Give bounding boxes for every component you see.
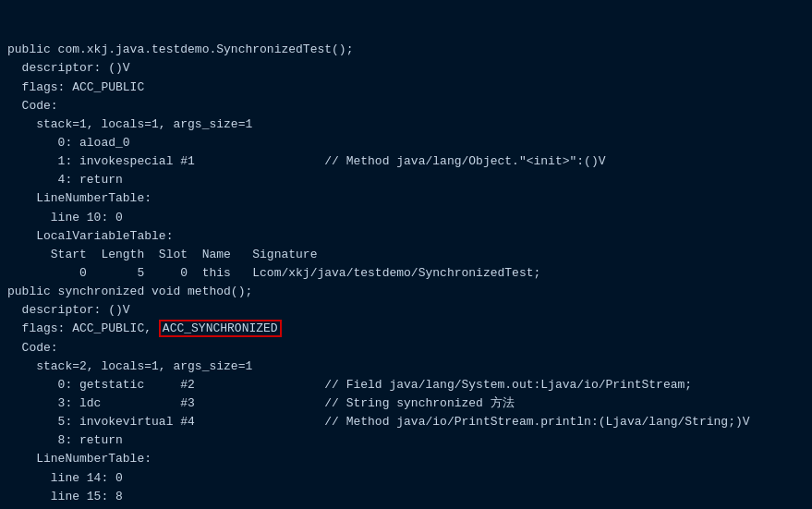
code-line: line 10: 0 <box>7 209 805 227</box>
code-line: LineNumberTable: <box>7 189 805 208</box>
code-line: 0 5 0 this Lcom/xkj/java/testdemo/Synchr… <box>7 264 805 283</box>
code-line: Start Length Slot Name Signature <box>7 246 805 264</box>
highlighted-keyword: ACC_SYNCHRONIZED <box>159 320 282 337</box>
code-line: Code: <box>7 339 805 358</box>
code-text: flags: ACC_PUBLIC, <box>7 321 159 335</box>
code-line: 0: aload_0 <box>7 134 805 152</box>
code-line: LineNumberTable: <box>7 450 805 468</box>
code-line: public com.xkj.java.testdemo.Synchronize… <box>7 41 805 59</box>
code-line: public synchronized void method(); <box>7 283 805 301</box>
code-line: descriptor: ()V <box>7 59 805 78</box>
code-line: 0: getstatic #2 // Field java/lang/Syste… <box>7 376 805 394</box>
code-line: flags: ACC_PUBLIC <box>7 79 805 97</box>
code-line: line 14: 0 <box>7 469 805 488</box>
code-line: stack=2, locals=1, args_size=1 <box>7 358 805 376</box>
code-line: 4: return <box>7 171 805 189</box>
code-viewer: public com.xkj.java.testdemo.Synchronize… <box>0 0 812 509</box>
code-line: flags: ACC_PUBLIC, ACC_SYNCHRONIZED <box>7 320 805 338</box>
code-line: 8: return <box>7 431 805 450</box>
code-line: descriptor: ()V <box>7 301 805 320</box>
code-line: LocalVariableTable: <box>7 227 805 246</box>
code-line: line 15: 8 <box>7 488 805 506</box>
code-line: Code: <box>7 97 805 115</box>
code-line: 5: invokevirtual #4 // Method java/io/Pr… <box>7 413 805 431</box>
code-line: stack=1, locals=1, args_size=1 <box>7 115 805 134</box>
code-line: 1: invokespecial #1 // Method java/lang/… <box>7 152 805 171</box>
code-line: 3: ldc #3 // String synchronized 方法 <box>7 394 805 413</box>
code-lines: public com.xkj.java.testdemo.Synchronize… <box>7 41 805 509</box>
